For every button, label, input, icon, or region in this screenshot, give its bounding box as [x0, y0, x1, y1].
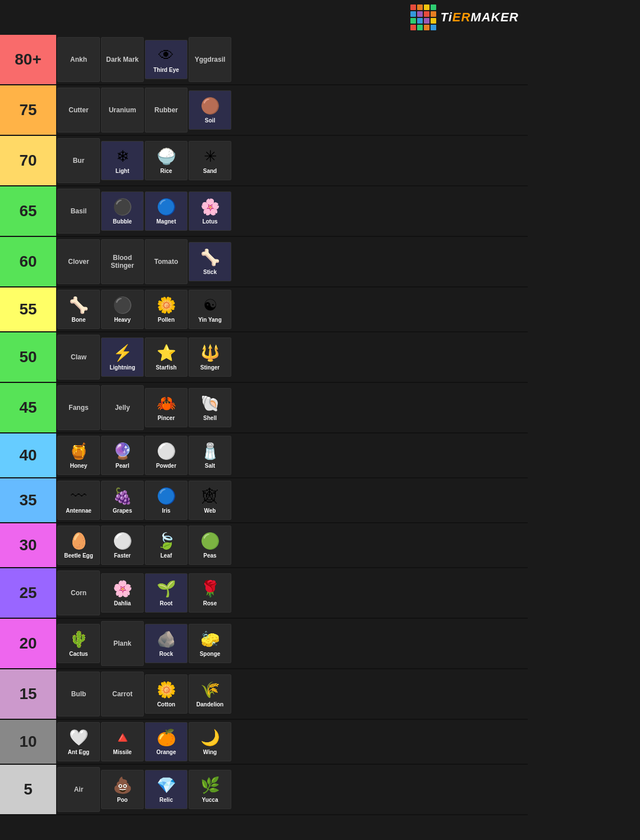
- logo-cell: [424, 4, 429, 10]
- list-item[interactable]: 🌼Cotton: [145, 674, 188, 714]
- tier-row-35: 35〰Antennae🍇Grapes🔵Iris🕸Web: [0, 478, 528, 523]
- item-text: Uranium: [107, 90, 139, 130]
- bone-icon: 🦴: [69, 295, 89, 316]
- list-item[interactable]: 🧂Salt: [189, 436, 231, 475]
- root-icon: 🌱: [157, 579, 176, 599]
- list-item[interactable]: 🦀Pincer: [145, 388, 188, 427]
- list-item[interactable]: 🤍Ant Egg: [57, 722, 100, 761]
- peas-icon: 🟢: [200, 531, 220, 551]
- list-item[interactable]: Basil: [57, 189, 100, 234]
- list-item[interactable]: 🌿Yucca: [189, 770, 231, 809]
- list-item[interactable]: 🌾Dandelion: [189, 674, 231, 714]
- tier-row-75: 75CutterUraniumRubber🟤Soil: [0, 85, 528, 136]
- list-item[interactable]: ⚪Faster: [101, 526, 144, 565]
- list-item[interactable]: 🍯Honey: [57, 436, 100, 475]
- list-item[interactable]: 🍊Orange: [145, 722, 188, 761]
- honey-icon: 🍯: [69, 441, 89, 462]
- list-item[interactable]: Bulb: [57, 672, 100, 716]
- list-item[interactable]: Corn: [57, 570, 100, 615]
- item-label: Web: [204, 508, 216, 514]
- list-item[interactable]: Yggdrasil: [189, 37, 231, 82]
- yin-yang-icon: ☯: [203, 295, 217, 316]
- list-item[interactable]: Fangs: [57, 385, 100, 430]
- list-item[interactable]: Carrot: [101, 672, 144, 716]
- list-item[interactable]: ⚪Powder: [145, 436, 188, 475]
- relic-icon: 💎: [157, 775, 176, 796]
- pollen-icon: 🌼: [157, 295, 176, 316]
- list-item[interactable]: 🌹Rose: [189, 573, 231, 613]
- list-item[interactable]: Jelly: [101, 385, 144, 430]
- list-item[interactable]: 🍇Grapes: [101, 481, 144, 520]
- list-item[interactable]: 👁Third Eye: [145, 40, 188, 79]
- wing-icon: 🌙: [200, 728, 220, 748]
- item-label: Stinger: [200, 364, 220, 371]
- tier-items-35: 〰Antennae🍇Grapes🔵Iris🕸Web: [56, 478, 528, 522]
- list-item[interactable]: ❄Light: [101, 141, 144, 180]
- stick-icon: 🦴: [200, 248, 220, 268]
- list-item[interactable]: Uranium: [101, 88, 144, 133]
- sponge-icon: 🧽: [200, 629, 220, 650]
- item-label: Wing: [203, 749, 217, 756]
- tier-label: 80+: [0, 35, 56, 84]
- list-item[interactable]: 💎Relic: [145, 770, 188, 809]
- list-item[interactable]: Air: [57, 767, 100, 812]
- list-item[interactable]: 🌼Pollen: [145, 290, 188, 329]
- list-item[interactable]: 🦴Stick: [189, 242, 231, 281]
- list-item[interactable]: 🌙Wing: [189, 722, 231, 761]
- list-item[interactable]: 🪨Rock: [145, 624, 188, 663]
- list-item[interactable]: Blood Stinger: [101, 239, 144, 284]
- list-item[interactable]: ⚫Bubble: [101, 191, 144, 231]
- list-item[interactable]: 🦴Bone: [57, 290, 100, 329]
- list-item[interactable]: 🐚Shell: [189, 388, 231, 427]
- list-item[interactable]: 🔵Magnet: [145, 191, 188, 231]
- list-item[interactable]: 🥚Beetle Egg: [57, 526, 100, 565]
- list-item[interactable]: Dark Mark: [101, 37, 144, 82]
- list-item[interactable]: 🌸Lotus: [189, 191, 231, 231]
- tier-items-20: 🌵CactusPlank🪨Rock🧽Sponge: [56, 619, 528, 668]
- item-label: Sand: [203, 168, 217, 175]
- tier-row-30: 30🥚Beetle Egg⚪Faster🍃Leaf🟢Peas: [0, 523, 528, 568]
- tier-items-50: Claw⚡Lightning⭐Starfish🔱Stinger: [56, 332, 528, 382]
- list-item[interactable]: 🟢Peas: [189, 526, 231, 565]
- item-text: Air: [72, 770, 86, 809]
- powder-icon: ⚪: [157, 441, 176, 462]
- list-item[interactable]: Plank: [101, 621, 144, 666]
- list-item[interactable]: 🌵Cactus: [57, 624, 100, 663]
- list-item[interactable]: 🍚Rice: [145, 141, 188, 180]
- list-item[interactable]: 🔺Missile: [101, 722, 144, 761]
- list-item[interactable]: Rubber: [145, 88, 188, 133]
- list-item[interactable]: 💩Poo: [101, 770, 144, 809]
- item-text: Jelly: [113, 388, 132, 427]
- list-item[interactable]: 🧽Sponge: [189, 624, 231, 663]
- list-item[interactable]: 🕸Web: [189, 481, 231, 520]
- header: TiERMAKER: [0, 0, 528, 35]
- list-item[interactable]: 〰Antennae: [57, 481, 100, 520]
- list-item[interactable]: 🌱Root: [145, 573, 188, 613]
- list-item[interactable]: 🔵Iris: [145, 481, 188, 520]
- list-item[interactable]: ⭐Starfish: [145, 337, 188, 377]
- item-label: Heavy: [114, 317, 130, 323]
- list-item[interactable]: Claw: [57, 335, 100, 380]
- item-text: Cutter: [66, 90, 90, 130]
- web-icon: 🕸: [202, 486, 218, 506]
- list-item[interactable]: Bur: [57, 138, 100, 183]
- list-item[interactable]: 🍃Leaf: [145, 526, 188, 565]
- list-item[interactable]: Ankh: [57, 37, 100, 82]
- list-item[interactable]: Tomato: [145, 239, 188, 284]
- list-item[interactable]: Cutter: [57, 88, 100, 133]
- tier-row-65: 65Basil⚫Bubble🔵Magnet🌸Lotus: [0, 186, 528, 237]
- item-label: Lightning: [109, 364, 135, 371]
- list-item[interactable]: ☯Yin Yang: [189, 290, 231, 329]
- poo-icon: 💩: [113, 775, 132, 796]
- list-item[interactable]: Clover: [57, 239, 100, 284]
- list-item[interactable]: ⚡Lightning: [101, 337, 144, 377]
- list-item[interactable]: ✳Sand: [189, 141, 231, 180]
- list-item[interactable]: 🔱Stinger: [189, 337, 231, 377]
- list-item[interactable]: 🌸Dahlia: [101, 573, 144, 613]
- list-item[interactable]: ⚫Heavy: [101, 290, 144, 329]
- list-item[interactable]: 🔮Pearl: [101, 436, 144, 475]
- logo-grid: [410, 4, 436, 30]
- heavy-icon: ⚫: [113, 295, 132, 316]
- list-item[interactable]: 🟤Soil: [189, 90, 231, 130]
- item-text: Clover: [66, 242, 91, 281]
